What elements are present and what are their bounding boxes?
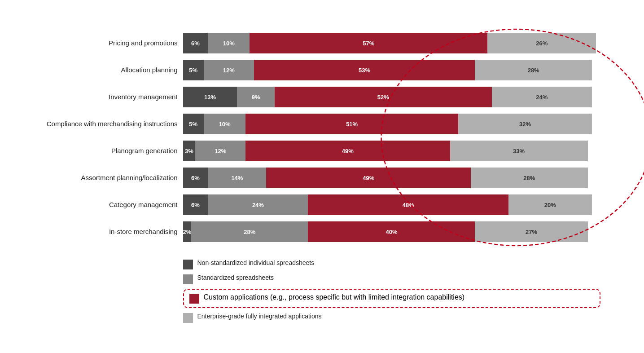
segment-light-gray: 24% [492, 87, 592, 107]
bar-wrapper: 3%12%49%33% [183, 141, 600, 161]
bar-segments: 6%24%48%20% [183, 194, 600, 215]
segment-mid-gray: 24% [208, 194, 308, 215]
chart-container: Pricing and promotions6%10%57%26%Allocat… [31, 21, 614, 332]
bar-wrapper: 5%12%53%28% [183, 60, 600, 80]
bar-wrapper: 6%24%48%20% [183, 194, 600, 215]
bar-segments: 2%28%40%27% [183, 221, 600, 242]
segment-crimson: 51% [245, 114, 458, 134]
segment-crimson: 48% [308, 194, 508, 215]
bar-label: Compliance with merchandising instructio… [44, 120, 183, 128]
segment-dark-gray: 5% [183, 60, 204, 80]
bar-segments: 5%12%53%28% [183, 60, 600, 80]
segment-crimson: 53% [254, 60, 475, 80]
legend: Non-standardized individual spreadsheets… [183, 259, 600, 323]
segment-dark-gray: 6% [183, 33, 208, 53]
segment-dark-gray: 6% [183, 194, 208, 215]
segment-mid-gray: 28% [191, 221, 308, 242]
legend-row: Enterprise-grade fully integrated applic… [183, 313, 600, 323]
legend-text: Custom applications (e.g., process speci… [204, 293, 465, 301]
bar-label: Planogram generation [44, 147, 183, 155]
bar-row: Inventory management13%9%52%24% [44, 84, 600, 110]
bar-segments: 6%10%57%26% [183, 33, 600, 53]
legend-row: Non-standardized individual spreadsheets [183, 259, 600, 269]
legend-bordered-item: Custom applications (e.g., process speci… [183, 289, 600, 308]
legend-swatch [183, 313, 193, 323]
bar-wrapper: 13%9%52%24% [183, 87, 600, 107]
bar-segments: 3%12%49%33% [183, 141, 600, 161]
segment-dark-gray: 13% [183, 87, 237, 107]
bar-row: Compliance with merchandising instructio… [44, 111, 600, 137]
bar-label: Pricing and promotions [44, 39, 183, 47]
segment-mid-gray: 14% [208, 168, 266, 188]
legend-swatch [189, 294, 199, 304]
segment-dark-gray: 2% [183, 221, 192, 242]
bar-row: Planogram generation3%12%49%33% [44, 138, 600, 164]
segment-crimson: 49% [245, 141, 450, 161]
bar-label: Category management [44, 201, 183, 209]
segment-light-gray: 27% [475, 221, 587, 242]
bar-row: Assortment planning/localization6%14%49%… [44, 165, 600, 191]
segment-dark-gray: 3% [183, 141, 196, 161]
segment-dark-gray: 5% [183, 114, 204, 134]
segment-crimson: 57% [250, 33, 487, 53]
bar-label: Inventory management [44, 93, 183, 101]
segment-light-gray: 33% [450, 141, 588, 161]
segment-crimson: 49% [266, 168, 471, 188]
bar-row: Pricing and promotions6%10%57%26% [44, 30, 600, 56]
bar-row: Allocation planning5%12%53%28% [44, 57, 600, 83]
bar-row: Category management6%24%48%20% [44, 192, 600, 218]
bar-wrapper: 6%10%57%26% [183, 33, 600, 53]
segment-light-gray: 20% [508, 194, 592, 215]
segment-crimson: 52% [275, 87, 492, 107]
chart-area: Pricing and promotions6%10%57%26%Allocat… [44, 30, 600, 246]
bar-segments: 13%9%52%24% [183, 87, 600, 107]
legend-text: Enterprise-grade fully integrated applic… [197, 313, 322, 320]
legend-row: Standardized spreadsheets [183, 274, 600, 284]
segment-mid-gray: 10% [204, 114, 245, 134]
legend-swatch [183, 260, 193, 269]
bar-label: Assortment planning/localization [44, 174, 183, 182]
segment-dark-gray: 6% [183, 168, 208, 188]
legend-swatch [183, 274, 193, 284]
segment-light-gray: 32% [458, 114, 592, 134]
bar-wrapper: 5%10%51%32% [183, 114, 600, 134]
chart-with-overlay: Pricing and promotions6%10%57%26%Allocat… [44, 30, 600, 246]
legend-text: Standardized spreadsheets [197, 274, 274, 281]
bar-row: In-store merchandising2%28%40%27% [44, 219, 600, 245]
segment-mid-gray: 9% [237, 87, 275, 107]
bar-wrapper: 2%28%40%27% [183, 221, 600, 242]
segment-light-gray: 26% [487, 33, 596, 53]
segment-crimson: 40% [308, 221, 475, 242]
segment-light-gray: 28% [471, 168, 587, 188]
bar-label: Allocation planning [44, 66, 183, 74]
segment-mid-gray: 12% [204, 60, 254, 80]
segment-mid-gray: 12% [195, 141, 245, 161]
segment-light-gray: 28% [475, 60, 591, 80]
segment-mid-gray: 10% [208, 33, 250, 53]
bar-segments: 5%10%51%32% [183, 114, 600, 134]
bar-segments: 6%14%49%28% [183, 168, 600, 188]
bar-wrapper: 6%14%49%28% [183, 168, 600, 188]
bar-label: In-store merchandising [44, 228, 183, 236]
legend-text: Non-standardized individual spreadsheets [197, 259, 315, 266]
